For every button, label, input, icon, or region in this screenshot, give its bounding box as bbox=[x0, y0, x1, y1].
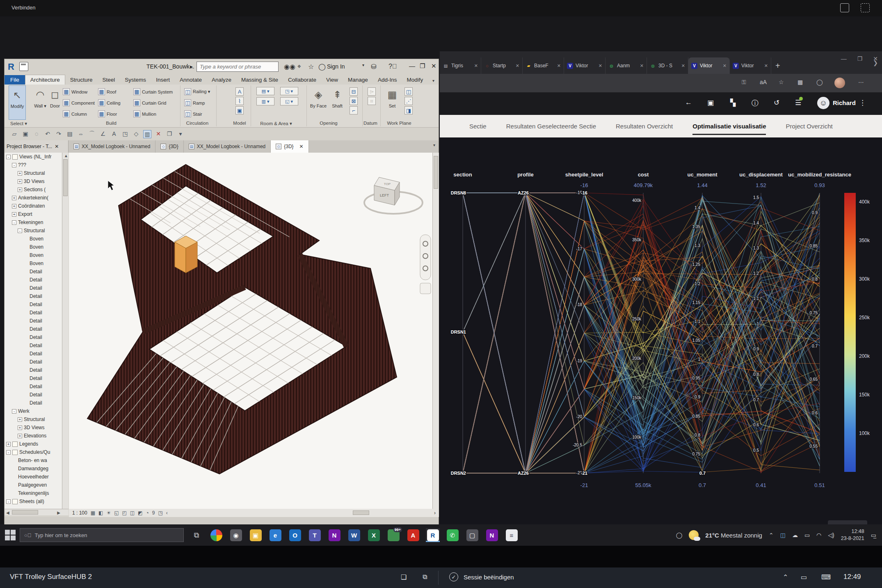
expander-icon[interactable]: - bbox=[6, 155, 11, 159]
modify-button[interactable]: ↖Modify bbox=[9, 85, 26, 120]
close-hidden-icon[interactable]: ✕ bbox=[154, 130, 162, 138]
section-icon[interactable]: ◇ bbox=[132, 130, 140, 138]
project-browser-hscrollbar[interactable]: ◀ ▶ bbox=[5, 509, 69, 515]
people-icon[interactable]: ◯ bbox=[676, 532, 683, 538]
log-list-icon[interactable]: ☰ bbox=[795, 98, 801, 107]
tree-item-detail[interactable]: Detail bbox=[5, 366, 68, 374]
ribbon-tab-add-ins[interactable]: Add-Ins bbox=[373, 75, 402, 85]
tree-item-detail[interactable]: Detail bbox=[5, 300, 68, 309]
doc-tab-close-icon[interactable]: ✕ bbox=[299, 144, 304, 149]
tree-item-legends[interactable]: +Legends bbox=[5, 440, 68, 448]
crop-view-icon[interactable]: ◱ bbox=[114, 510, 119, 516]
ref-plane-icon[interactable]: ⋰ bbox=[404, 97, 413, 105]
more-menu-icon[interactable]: ⋯ bbox=[858, 79, 864, 85]
tree-item-co-rdinaten[interactable]: +Coördinaten bbox=[5, 202, 68, 210]
button-window[interactable]: ▦Window bbox=[63, 86, 96, 97]
expander-icon[interactable]: + bbox=[12, 204, 16, 208]
expander-icon[interactable]: + bbox=[6, 442, 11, 446]
button-floor[interactable]: ▦Floor bbox=[98, 108, 132, 119]
expander-icon[interactable]: + bbox=[12, 196, 16, 200]
browser-restore-button[interactable]: ❐ bbox=[857, 55, 863, 62]
project-browser-vscrollbar[interactable]: ▲ ▼ bbox=[62, 153, 69, 515]
expander-icon[interactable]: - bbox=[12, 163, 16, 167]
ribbon-tab-modify[interactable]: Modify bbox=[402, 75, 428, 85]
button-shaft[interactable]: ⇞Shaft bbox=[329, 85, 346, 120]
browser-avatar[interactable] bbox=[834, 78, 845, 88]
undo-icon[interactable]: ↶ ▾ bbox=[43, 130, 52, 138]
tree-item-structural[interactable]: +Structural bbox=[5, 415, 68, 423]
print-icon[interactable]: ▤ bbox=[66, 130, 74, 138]
sync-icon[interactable]: ◌ bbox=[32, 130, 41, 138]
tree-item-tekeningenlijs[interactable]: Tekeningenlijs bbox=[5, 489, 68, 497]
show-workplane-icon[interactable]: ◫ bbox=[404, 87, 413, 96]
button-ceiling[interactable]: ▦Ceiling bbox=[98, 97, 132, 108]
tree-item-detail[interactable]: Detail bbox=[5, 374, 68, 382]
default-3d-view-icon[interactable]: ◳ ▾ bbox=[121, 130, 129, 138]
doc-tab-2[interactable]: ▤XX_Model Logboek - Unnamed bbox=[184, 140, 271, 153]
hub-chevron-icon[interactable]: ⌃ bbox=[783, 573, 788, 581]
tree-item-3d-views[interactable]: +3D Views bbox=[5, 423, 68, 432]
scroll-left-icon[interactable]: ◀ bbox=[6, 510, 9, 515]
ribbon-tab-massing-site[interactable]: Massing & Site bbox=[236, 75, 283, 85]
browser-minimize-button[interactable]: — bbox=[841, 55, 847, 62]
ribbon-tab-insert[interactable]: Insert bbox=[151, 75, 175, 85]
button-railing[interactable]: ◫Railing ▾ bbox=[184, 86, 214, 97]
browser-tab-aanm-4[interactable]: ◍Aanm✕ bbox=[606, 57, 647, 74]
doc-tab-3[interactable]: ◇{3D}✕ bbox=[271, 140, 308, 153]
constraints-icon[interactable]: ◳ bbox=[158, 510, 162, 516]
tree-item-export[interactable]: +Export bbox=[5, 210, 68, 218]
save-icon[interactable]: ▣ bbox=[707, 98, 714, 107]
tree-item-detail[interactable]: Detail bbox=[5, 309, 68, 317]
view-tabs-menu-icon[interactable]: ▾ bbox=[430, 140, 439, 153]
optimization-parallel-chart[interactable]: -16-17-18-19-20-20.5-21400k350k300k250k2… bbox=[440, 137, 882, 540]
qat-customize-icon[interactable]: ▾ bbox=[176, 130, 185, 138]
expander-icon[interactable]: + bbox=[18, 417, 22, 422]
action-center-icon[interactable]: ▭̲ bbox=[871, 532, 876, 538]
tree-item-detail[interactable]: Detail bbox=[5, 292, 68, 300]
tree-item--[interactable]: -??? bbox=[5, 161, 68, 169]
tree-item-boven[interactable]: Boven bbox=[5, 243, 68, 251]
expander-icon[interactable]: + bbox=[12, 212, 16, 217]
tab-close-icon[interactable]: ✕ bbox=[474, 63, 478, 69]
dormer-icon[interactable]: ⌐ bbox=[350, 106, 358, 114]
shadows-icon[interactable]: ◧ bbox=[98, 510, 103, 516]
wifi-icon[interactable]: ◠ bbox=[816, 532, 821, 538]
revit-close-button[interactable]: ✕ bbox=[431, 62, 436, 70]
tree-item-structural[interactable]: +Structural bbox=[5, 169, 68, 177]
sign-in-caret-icon[interactable]: ▾ bbox=[362, 63, 364, 67]
project-browser-header[interactable]: Project Browser - T... ✕ bbox=[5, 140, 69, 153]
tab-close-icon[interactable]: ✕ bbox=[516, 63, 519, 69]
expander-icon[interactable]: - bbox=[6, 499, 11, 504]
tree-item-tekeningen[interactable]: -Tekeningen bbox=[5, 218, 68, 227]
ribbon-tab-analyze[interactable]: Analyze bbox=[207, 75, 236, 85]
start-button[interactable] bbox=[5, 530, 16, 540]
sun-path-icon[interactable]: ☀ bbox=[106, 510, 111, 516]
ribbon-tab-architecture[interactable]: Architecture bbox=[25, 75, 65, 85]
tree-item-detail[interactable]: Detail bbox=[5, 317, 68, 325]
volume-icon[interactable]: ◁) bbox=[828, 532, 834, 538]
kebab-menu-icon[interactable]: ⋮ bbox=[859, 98, 866, 107]
favorites-star-icon[interactable]: ☆ bbox=[308, 63, 314, 71]
reveal-hidden-icon[interactable]: ◩ bbox=[138, 510, 142, 516]
tab-close-icon[interactable]: ✕ bbox=[640, 63, 644, 69]
teams-tray-icon[interactable]: ◫ bbox=[780, 532, 786, 538]
ribbon-tab-annotate[interactable]: Annotate bbox=[175, 75, 207, 85]
taskbar-search-input[interactable]: ○⃘ Typ hier om te zoeken bbox=[20, 528, 184, 542]
grid-icon[interactable]: ⌗ bbox=[368, 97, 376, 105]
button-curtain-system[interactable]: ▦Curtain System bbox=[133, 86, 174, 97]
tree-item-elevations[interactable]: +Elevations bbox=[5, 432, 68, 440]
info-icon[interactable]: ⓘ bbox=[752, 98, 759, 108]
help-icon[interactable]: ?⃝ bbox=[388, 63, 397, 70]
text-icon[interactable]: A bbox=[110, 130, 118, 138]
analytical-icon[interactable]: 9 bbox=[152, 510, 155, 516]
viktor-tab-optimalisatie-visualisatie[interactable]: Optimalisatie visualisatie bbox=[692, 115, 766, 137]
open-icon[interactable]: ▱ bbox=[10, 130, 18, 138]
temporary-hide-icon[interactable]: ◫ bbox=[130, 510, 135, 516]
back-icon[interactable]: ← bbox=[685, 98, 692, 107]
taskbar-app-autodesk-a[interactable]: A bbox=[406, 528, 420, 542]
switch-windows-icon[interactable]: ❐ ▾ bbox=[165, 130, 174, 138]
ribbon-tab-file[interactable]: File bbox=[5, 75, 25, 85]
cast-icon[interactable] bbox=[840, 3, 849, 12]
button-curtain-grid[interactable]: ▦Curtain Grid bbox=[133, 97, 174, 108]
worksharing-icon[interactable]: ◔ bbox=[146, 510, 149, 516]
